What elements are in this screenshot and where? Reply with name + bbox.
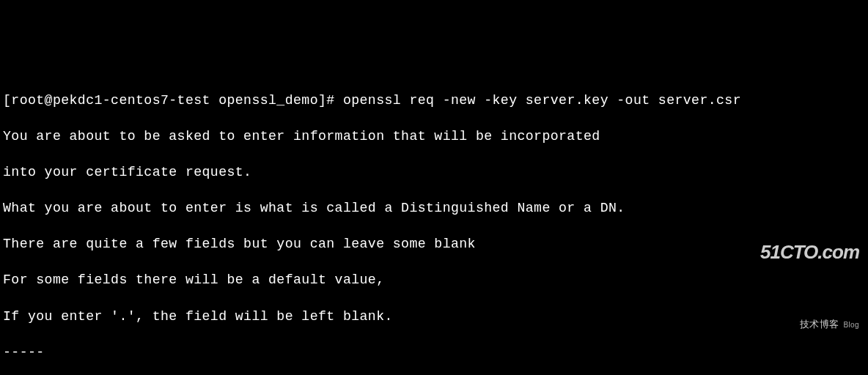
prompt-line: [root@pekdc1-centos7-test openssl_demo]#… — [3, 92, 865, 110]
command-text: openssl req -new -key server.key -out se… — [343, 93, 741, 108]
output-line: ----- — [3, 344, 865, 362]
output-line: into your certificate request. — [3, 163, 865, 182]
output-line: You are about to be asked to enter infor… — [3, 127, 865, 146]
output-line: For some fields there will be a default … — [3, 271, 865, 289]
terminal-output[interactable]: [root@pekdc1-centos7-test openssl_demo]#… — [3, 73, 865, 375]
output-line: What you are about to enter is what is c… — [3, 199, 865, 218]
shell-prompt: [root@pekdc1-centos7-test openssl_demo]# — [3, 93, 343, 108]
output-line: If you enter '.', the field will be left… — [3, 308, 865, 326]
output-line: There are quite a few fields but you can… — [3, 235, 865, 253]
